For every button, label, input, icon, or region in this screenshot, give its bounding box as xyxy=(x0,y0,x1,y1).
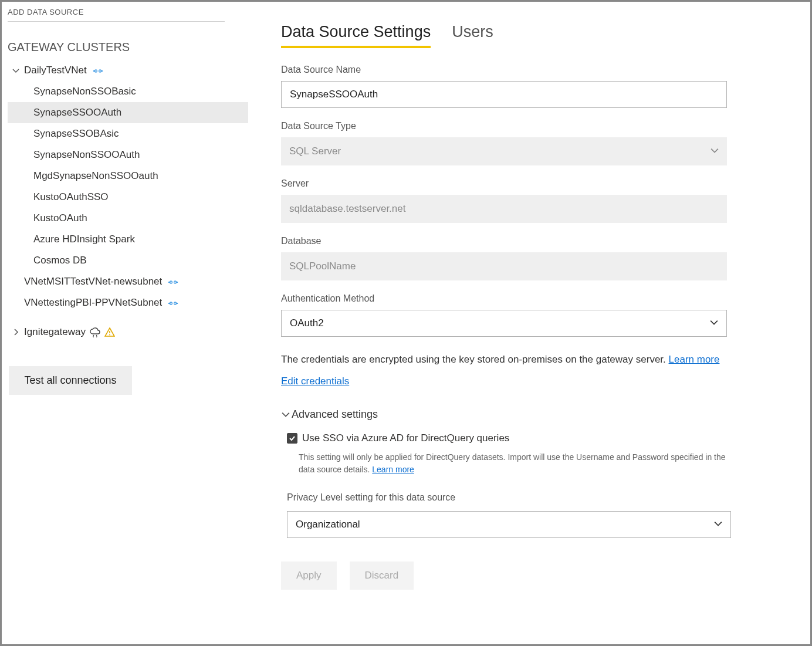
svg-point-4 xyxy=(170,302,172,305)
learn-more-link[interactable]: Learn more xyxy=(669,354,720,365)
tab-data-source-settings[interactable]: Data Source Settings xyxy=(281,23,431,48)
advanced-settings-label: Advanced settings xyxy=(292,408,378,421)
datasource-label: SynapseNonSSOBasic xyxy=(33,86,136,97)
test-all-connections-button[interactable]: Test all connections xyxy=(9,366,132,395)
cluster-label: Ignitegateway xyxy=(24,326,86,338)
datasource-item[interactable]: Azure HDInsight Spark xyxy=(8,229,248,250)
datasource-item[interactable]: Cosmos DB xyxy=(8,250,248,271)
credentials-note: The credentials are encrypted using the … xyxy=(281,352,727,367)
apply-button[interactable]: Apply xyxy=(281,562,337,590)
chevron-down-icon xyxy=(11,66,21,75)
settings-form: Data Source Name Data Source Type SQL Se… xyxy=(281,65,727,590)
cluster-ignitegateway[interactable]: Ignitegateway xyxy=(8,322,248,343)
tabs: Data Source Settings Users xyxy=(281,23,810,48)
datasource-item[interactable]: KustoOAuthSSO xyxy=(8,187,248,208)
svg-point-7 xyxy=(109,334,110,336)
datasource-label: KustoOAuth xyxy=(33,212,87,224)
sso-checkbox-label: Use SSO via Azure AD for DirectQuery que… xyxy=(302,432,509,444)
datasource-label: Azure HDInsight Spark xyxy=(33,234,135,245)
vnet-link-icon xyxy=(168,278,178,286)
datasource-item[interactable]: SynapseNonSSOBasic xyxy=(8,81,248,102)
datasource-label: SynapseSSOOAuth xyxy=(33,107,121,119)
label-database: Database xyxy=(281,236,727,246)
privacy-level-value: Organizational xyxy=(296,519,360,530)
chevron-down-icon xyxy=(281,410,290,419)
label-auth-method: Authentication Method xyxy=(281,293,727,304)
server-value: sqldatabase.testserver.net xyxy=(289,203,405,215)
datasource-item[interactable]: SynapseNonSSOOAuth xyxy=(8,144,248,165)
vnet-link-icon xyxy=(93,66,103,75)
chevron-down-icon xyxy=(714,519,722,530)
sidebar: ADD DATA SOURCE GATEWAY CLUSTERS DailyTe… xyxy=(2,2,248,644)
chevron-down-icon xyxy=(710,317,718,329)
svg-point-1 xyxy=(99,70,101,72)
sso-checkbox[interactable] xyxy=(287,433,297,444)
edit-credentials-link[interactable]: Edit credentials xyxy=(281,376,349,387)
form-buttons: Apply Discard xyxy=(281,562,727,590)
gateway-clusters-heading: GATEWAY CLUSTERS xyxy=(2,22,248,60)
warning-icon xyxy=(104,327,115,337)
cluster-label: VNetMSITTestVNet-newsubnet xyxy=(24,276,162,288)
data-source-name-input[interactable] xyxy=(281,81,727,108)
label-server: Server xyxy=(281,178,727,189)
datasource-item[interactable]: KustoOAuth xyxy=(8,208,248,229)
database-readonly: SQLPoolName xyxy=(281,252,727,280)
datasource-item[interactable]: SynapseSSOBAsic xyxy=(8,123,248,144)
datasource-label: Cosmos DB xyxy=(33,255,87,266)
cluster-vnettestingpbi[interactable]: VNettestingPBI-PPVNetSubnet xyxy=(8,292,248,313)
cluster-vnetmsit[interactable]: VNetMSITTestVNet-newsubnet xyxy=(8,271,248,292)
vnet-link-icon xyxy=(168,299,178,307)
datasource-label: SynapseNonSSOOAuth xyxy=(33,149,140,161)
data-source-type-value: SQL Server xyxy=(289,146,341,157)
datasource-item-selected[interactable]: SynapseSSOOAuth xyxy=(8,102,248,123)
sso-help-text: This setting will only be applied for Di… xyxy=(287,451,727,476)
chevron-down-icon xyxy=(710,146,719,157)
datasource-label: SynapseSSOBAsic xyxy=(33,128,119,140)
auth-method-value: OAuth2 xyxy=(290,317,324,329)
sso-checkbox-row[interactable]: Use SSO via Azure AD for DirectQuery que… xyxy=(287,432,727,444)
privacy-level-select[interactable]: Organizational xyxy=(287,511,731,538)
database-value: SQLPoolName xyxy=(289,261,356,272)
svg-point-3 xyxy=(174,281,177,283)
data-source-type-select: SQL Server xyxy=(281,137,727,165)
tab-users[interactable]: Users xyxy=(452,23,493,48)
add-data-source-link[interactable]: ADD DATA SOURCE xyxy=(2,5,248,21)
cluster-label: DailyTestVNet xyxy=(24,65,87,76)
svg-point-2 xyxy=(170,281,172,283)
server-readonly: sqldatabase.testserver.net xyxy=(281,195,727,223)
cluster-dailytestvnet[interactable]: DailyTestVNet xyxy=(8,60,248,81)
privacy-level-label: Privacy Level setting for this data sour… xyxy=(287,492,727,503)
sso-learn-more-link[interactable]: Learn more xyxy=(372,465,414,474)
sso-help-body: This setting will only be applied for Di… xyxy=(299,452,726,474)
label-ds-name: Data Source Name xyxy=(281,65,727,75)
advanced-settings-toggle[interactable]: Advanced settings xyxy=(281,408,727,421)
credentials-note-text: The credentials are encrypted using the … xyxy=(281,354,669,365)
gateway-tree: DailyTestVNet SynapseNonSSOBasic Synapse… xyxy=(2,60,248,343)
svg-point-5 xyxy=(174,302,177,305)
main-panel: Data Source Settings Users Data Source N… xyxy=(248,2,810,644)
svg-point-0 xyxy=(94,70,97,72)
datasource-label: MgdSynapseNonSSOOauth xyxy=(33,170,158,182)
label-ds-type: Data Source Type xyxy=(281,121,727,131)
datasource-label: KustoOAuthSSO xyxy=(33,191,109,203)
cloud-sync-icon xyxy=(89,327,101,337)
discard-button[interactable]: Discard xyxy=(350,562,414,590)
auth-method-select[interactable]: OAuth2 xyxy=(281,310,727,337)
advanced-settings-body: Use SSO via Azure AD for DirectQuery que… xyxy=(281,432,727,538)
datasource-item[interactable]: MgdSynapseNonSSOOauth xyxy=(8,165,248,187)
cluster-label: VNettestingPBI-PPVNetSubnet xyxy=(24,297,162,309)
chevron-right-icon xyxy=(11,327,21,337)
